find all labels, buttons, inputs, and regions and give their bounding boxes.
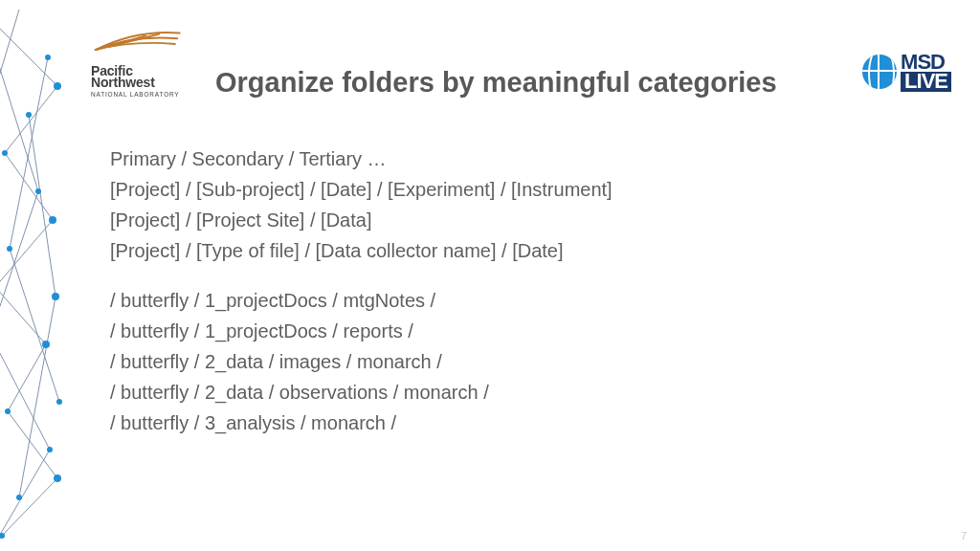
svg-point-18 xyxy=(2,150,8,156)
svg-line-9 xyxy=(0,191,38,335)
svg-line-16 xyxy=(10,249,59,402)
svg-point-29 xyxy=(7,246,12,252)
msd-text-bottom: LIVE xyxy=(901,72,951,92)
folder-example-line: / butterfly / 1_projectDocs / mtgNotes / xyxy=(110,285,942,316)
page-number: 7 xyxy=(961,530,967,541)
svg-line-5 xyxy=(8,344,46,411)
slide-title: Organize folders by meaningful categorie… xyxy=(215,67,777,99)
svg-line-6 xyxy=(8,411,57,478)
svg-point-27 xyxy=(16,495,22,500)
svg-point-19 xyxy=(49,216,56,224)
svg-point-30 xyxy=(56,399,62,405)
svg-line-15 xyxy=(10,57,48,249)
folder-example-line: / butterfly / 2_data / observations / mo… xyxy=(110,377,942,408)
svg-line-10 xyxy=(0,335,50,450)
svg-line-7 xyxy=(2,478,57,536)
svg-line-0 xyxy=(0,19,57,86)
globe-icon xyxy=(862,55,897,89)
svg-point-20 xyxy=(42,341,50,348)
folder-example-line: / butterfly / 3_analysis / monarch / xyxy=(110,408,942,438)
folder-scheme-line: [Project] / [Type of file] / [Data colle… xyxy=(110,235,942,266)
svg-point-31 xyxy=(45,55,51,60)
svg-line-4 xyxy=(0,287,46,344)
svg-point-28 xyxy=(0,533,5,539)
svg-point-17 xyxy=(54,82,61,90)
svg-point-25 xyxy=(47,447,53,452)
svg-line-3 xyxy=(0,220,53,287)
pnnl-name-line2: Northwest xyxy=(91,76,182,89)
svg-line-14 xyxy=(0,10,19,105)
svg-point-23 xyxy=(35,188,41,194)
svg-point-26 xyxy=(26,112,32,118)
slide: Pacific Northwest NATIONAL LABORATORY MS… xyxy=(0,0,980,551)
folder-example-line: / butterfly / 1_projectDocs / reports / xyxy=(110,316,942,346)
slide-body: Primary / Secondary / Tertiary … [Projec… xyxy=(110,143,942,438)
svg-line-2 xyxy=(5,153,53,220)
msd-live-logo: MSD LIVE xyxy=(862,53,951,92)
svg-point-21 xyxy=(5,408,11,414)
svg-point-22 xyxy=(54,474,61,482)
pnnl-swoosh-icon xyxy=(91,24,182,62)
svg-line-12 xyxy=(29,115,56,297)
folder-scheme-line: [Project] / [Project Site] / [Data] xyxy=(110,205,942,235)
svg-line-11 xyxy=(0,450,50,551)
network-decor xyxy=(0,0,67,551)
svg-line-1 xyxy=(5,86,57,153)
folder-example-line: / butterfly / 2_data / images / monarch … xyxy=(110,346,942,377)
folder-scheme-line: [Project] / [Sub-project] / [Date] / [Ex… xyxy=(110,174,942,205)
pnnl-subtitle: NATIONAL LABORATORY xyxy=(91,91,182,98)
folder-scheme-line: Primary / Secondary / Tertiary … xyxy=(110,143,942,174)
svg-line-8 xyxy=(0,38,38,191)
svg-point-24 xyxy=(52,293,59,300)
svg-line-13 xyxy=(19,297,56,497)
pnnl-logo: Pacific Northwest NATIONAL LABORATORY xyxy=(91,24,182,98)
